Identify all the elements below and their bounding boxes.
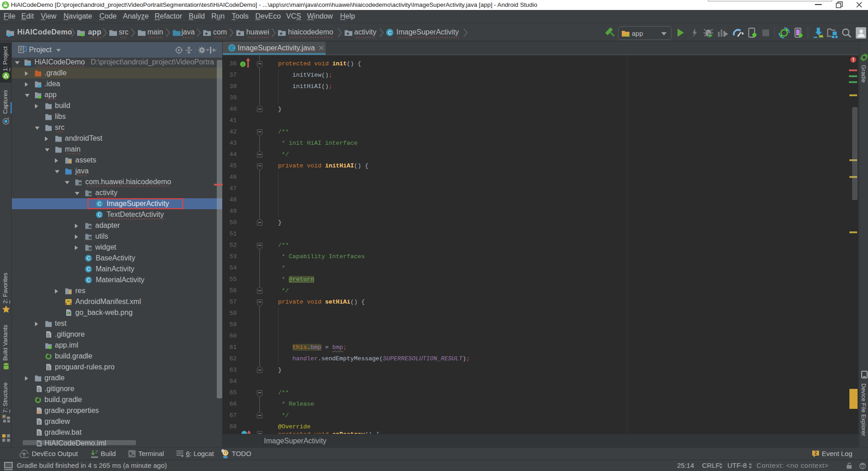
svg-text:2: 2 <box>814 451 817 456</box>
svg-text:C: C <box>87 266 90 272</box>
svg-text:C: C <box>98 212 101 217</box>
svg-text:C: C <box>230 45 234 51</box>
svg-text:I: I <box>242 62 244 67</box>
svg-text:C: C <box>388 30 392 35</box>
svg-text:C: C <box>87 277 90 283</box>
svg-text:C: C <box>87 255 90 261</box>
